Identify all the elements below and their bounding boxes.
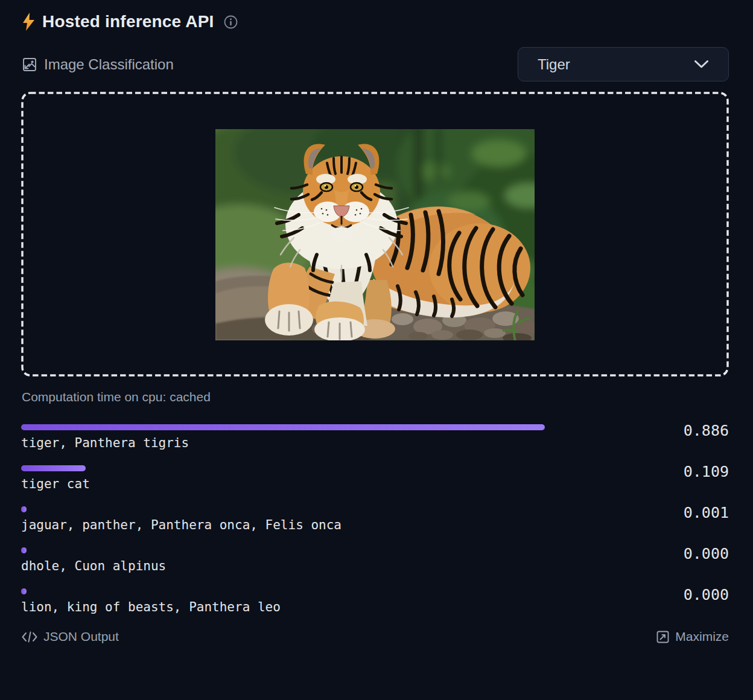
result-label: jaguar, panther, Panthera onca, Felis on… (21, 518, 612, 532)
score-bar (21, 547, 27, 553)
model-example-selector[interactable]: Tiger (518, 47, 729, 81)
score-bar (21, 424, 545, 430)
image-classification-icon (22, 57, 37, 72)
selected-example-label: Tiger (518, 56, 694, 73)
result-label: lion, king of beasts, Panthera leo (21, 600, 612, 614)
task-label-group: Image Classification (22, 56, 174, 73)
score-bar-track (21, 588, 612, 594)
result-score: 0.001 (612, 504, 729, 521)
result-label: dhole, Cuon alpinus (21, 559, 612, 573)
tiger-image (215, 129, 535, 340)
image-dropzone[interactable] (21, 92, 729, 377)
score-bar-track (21, 424, 612, 430)
score-bar-track (21, 465, 612, 471)
result-score: 0.886 (612, 422, 729, 439)
score-bar (21, 506, 27, 512)
result-label: tiger cat (21, 477, 612, 491)
result-score: 0.000 (612, 546, 729, 562)
chevron-down-icon (694, 60, 728, 68)
result-row: lion, king of beasts, Panthera leo 0.000 (21, 588, 729, 614)
hosted-inference-widget: Hosted inference API Image Classificatio… (0, 12, 753, 700)
classification-results: tiger, Panthera tigris 0.886 tiger cat 0… (21, 424, 729, 614)
result-label: tiger, Panthera tigris (21, 436, 612, 450)
maximize-label: Maximize (675, 629, 729, 644)
result-row: dhole, Cuon alpinus 0.000 (21, 547, 729, 573)
widget-header: Hosted inference API (23, 12, 729, 31)
result-score: 0.109 (612, 463, 729, 480)
maximize-icon (656, 631, 669, 643)
score-bar-track (21, 506, 612, 512)
code-icon (22, 631, 37, 643)
result-row: tiger, Panthera tigris 0.886 (21, 424, 729, 450)
json-output-button[interactable]: JSON Output (22, 629, 119, 644)
score-bar (21, 588, 27, 594)
lightning-icon (23, 13, 34, 31)
result-score: 0.000 (612, 587, 729, 603)
json-output-label: JSON Output (43, 629, 119, 644)
maximize-button[interactable]: Maximize (656, 629, 729, 644)
info-icon[interactable] (222, 15, 238, 29)
widget-footer: JSON Output Maximize (22, 629, 729, 644)
result-row: jaguar, panther, Panthera onca, Felis on… (21, 506, 729, 532)
task-row: Image Classification Tiger (22, 47, 729, 81)
score-bar-track (21, 547, 612, 553)
score-bar (21, 465, 86, 471)
task-label: Image Classification (44, 56, 174, 73)
computation-time: Computation time on cpu: cached (22, 390, 729, 404)
result-row: tiger cat 0.109 (21, 465, 729, 491)
page-title: Hosted inference API (42, 12, 214, 31)
